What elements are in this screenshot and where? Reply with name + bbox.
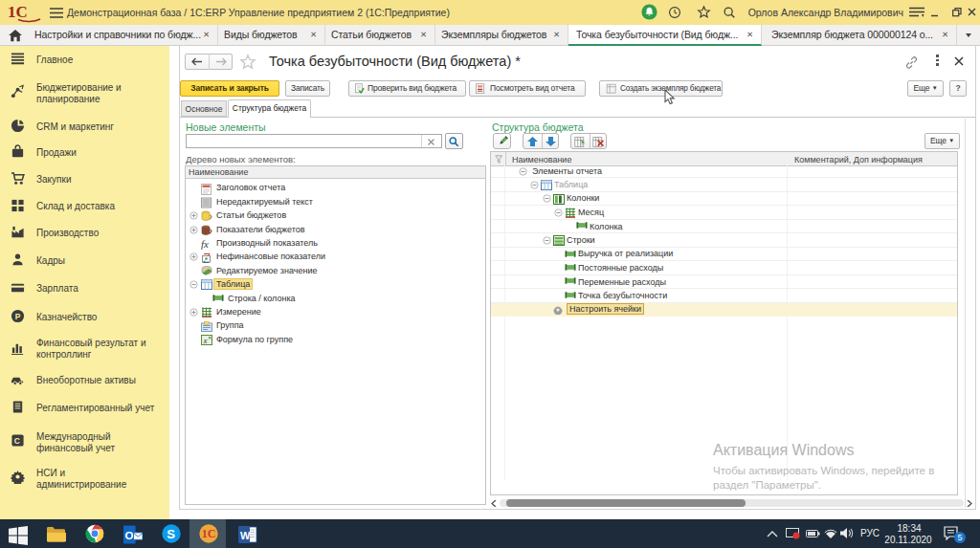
svg-text:S: S xyxy=(167,527,175,541)
svg-text:fx: fx xyxy=(201,238,209,250)
svg-text:P: P xyxy=(15,312,21,321)
svg-text:1С: 1С xyxy=(202,527,216,540)
svg-text:W: W xyxy=(240,530,251,541)
svg-text:O: O xyxy=(125,530,134,541)
svg-text:1С: 1С xyxy=(8,3,28,21)
svg-text:x: x xyxy=(203,336,208,345)
svg-text:C: C xyxy=(14,436,20,446)
